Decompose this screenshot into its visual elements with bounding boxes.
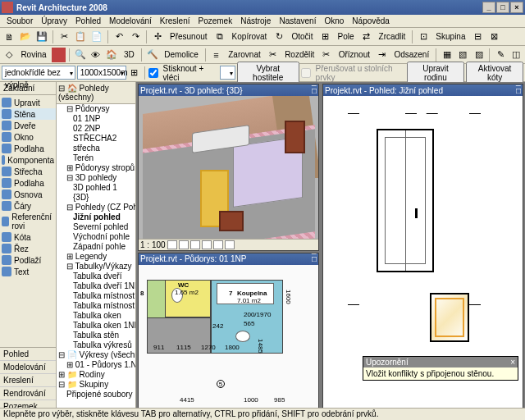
copy-icon[interactable]: 📋 <box>73 30 88 44</box>
view-min-button[interactable]: _ <box>312 245 317 254</box>
activate-dims-button[interactable]: Aktivovat kóty <box>466 62 523 84</box>
tool-icon[interactable]: ⊞ <box>128 66 141 80</box>
plane-label[interactable]: Rovina <box>17 50 49 59</box>
browser-node[interactable]: ⊟ 📄 Výkresy (všechny) <box>57 350 135 360</box>
paste-icon[interactable]: 📄 <box>89 30 104 44</box>
browser-item[interactable]: Tabulka místností 1 <box>57 301 135 311</box>
tooltip-close-icon[interactable]: × <box>510 358 515 367</box>
tool-text[interactable]: Text <box>0 266 56 277</box>
view-titlebar[interactable]: Projekt.rvt - Půdorys: 01 1NP_□× <box>139 253 318 265</box>
tool-icon[interactable]: ▧ <box>456 48 470 62</box>
mirror-button[interactable]: ⇄ <box>359 30 374 44</box>
browser-item[interactable]: Západní pohle <box>57 242 135 252</box>
mirror-label[interactable]: Zrcadlit <box>376 32 409 41</box>
view-titlebar[interactable]: Projekt.rvt - Pohled: Jižní pohled_□× <box>323 84 523 96</box>
maximize-button[interactable]: □ <box>496 2 509 13</box>
split-label[interactable]: Rozdělit <box>281 50 317 59</box>
split-button[interactable]: ✂ <box>266 48 280 62</box>
tool-icon[interactable]: ✎ <box>493 48 507 62</box>
array-label[interactable]: Pole <box>335 32 358 41</box>
browser-item[interactable]: Terén <box>57 153 135 163</box>
menu-item[interactable]: Soubor <box>3 16 36 26</box>
browser-node[interactable]: ⊞ Legendy <box>57 252 135 262</box>
menu-item[interactable]: Úpravy <box>38 16 71 26</box>
tool-level[interactable]: Podlaží <box>0 254 56 266</box>
3d-label[interactable]: 3D <box>121 50 138 59</box>
browser-node[interactable]: ⊟ Tabulky/Výkazy <box>57 262 135 272</box>
new-icon[interactable]: 🗎 <box>2 30 16 44</box>
tool-door[interactable]: Dveře <box>0 120 56 131</box>
drag-checkbox[interactable] <box>148 68 158 78</box>
menu-item[interactable]: Nápověda <box>349 16 393 26</box>
menu-item[interactable]: Pohled <box>72 16 104 26</box>
tool-refplane[interactable]: Referenční rovi <box>0 212 56 231</box>
3d-button[interactable]: 🏠 <box>105 48 119 62</box>
view-titlebar[interactable]: Projekt.rvt - 3D pohled: {3D}_□× <box>139 84 318 96</box>
tab-view[interactable]: Pohled <box>0 348 56 361</box>
browser-node[interactable]: ⊟ Půdorysy <box>57 104 135 114</box>
tool-window[interactable]: Okno <box>0 131 56 143</box>
tool-icon[interactable]: ⊠ <box>486 30 501 44</box>
group-label[interactable]: Skupina <box>432 32 468 41</box>
align-button[interactable]: ≡ <box>209 48 223 62</box>
tool-dim[interactable]: Kóta <box>0 231 56 243</box>
scale-label[interactable]: 1 : 100 <box>140 240 166 249</box>
browser-item[interactable]: 3D pohled 1 <box>57 183 135 193</box>
tool-icon[interactable]: ⊟ <box>470 30 485 44</box>
browser-node[interactable]: ⊞ 📁 Rodiny <box>57 370 135 380</box>
tool-floor2[interactable]: Podlaha <box>0 177 56 189</box>
array-button[interactable]: ⊞ <box>318 30 333 44</box>
browser-item[interactable]: {3D} <box>57 193 135 203</box>
save-icon[interactable]: 💾 <box>34 30 49 44</box>
open-icon[interactable]: 📂 <box>18 30 33 44</box>
plan-canvas[interactable]: WC 1.65 m2 7 Koupelna 7.01 m2 8 911 1115… <box>139 265 318 408</box>
tool-section[interactable]: Řez <box>0 243 56 254</box>
demolish-label[interactable]: Demolice <box>161 50 202 59</box>
minimize-button[interactable]: _ <box>482 2 495 13</box>
hide-button[interactable] <box>225 240 235 249</box>
tool-red-icon[interactable] <box>52 48 66 62</box>
browser-node[interactable]: ⊟ Pohledy (CZ Pohlec <box>57 203 135 212</box>
align-label[interactable]: Zarovnat <box>225 50 263 59</box>
move-label[interactable]: Přesunout <box>167 32 211 41</box>
trim-button[interactable]: ✂ <box>319 48 333 62</box>
demolish-button[interactable]: 🔨 <box>145 48 159 62</box>
browser-node[interactable]: ⊟ 3D pohledy <box>57 173 135 183</box>
copy-button[interactable]: ⧉ <box>212 30 227 44</box>
browser-item[interactable]: Tabulka místností <box>57 291 135 301</box>
menu-item[interactable]: Nastavení <box>276 16 319 26</box>
offset-label[interactable]: Odsazení <box>390 50 432 59</box>
size-selector[interactable]: 1000x1500m <box>77 66 126 80</box>
browser-item[interactable]: Tabulka dveří 1NP <box>57 281 135 291</box>
3d-canvas[interactable] <box>139 96 318 239</box>
tab-rendering[interactable]: Rendrování <box>0 387 56 400</box>
tab-drawing[interactable]: Kreslení <box>0 374 56 387</box>
tool-icon[interactable]: ▨ <box>472 48 486 62</box>
browser-item-active[interactable]: Jižní pohled <box>57 212 135 222</box>
offset-button[interactable]: ⇥ <box>375 48 389 62</box>
model-button[interactable] <box>179 240 189 249</box>
browser-item[interactable]: střecha <box>57 144 135 153</box>
redo-icon[interactable]: ↷ <box>128 30 143 44</box>
view-max-button[interactable]: □ <box>516 86 521 95</box>
browser-node[interactable]: ⊞ Půdorysy stropů <box>57 163 135 173</box>
edit-family-button[interactable]: Upravit rodinu <box>407 62 464 84</box>
browser-root[interactable]: ⊟ 🏠 Pohledy (všechny) <box>57 82 135 104</box>
project-browser[interactable]: ⊟ 🏠 Pohledy (všechny) ⊟ Půdorysy 01 1NP … <box>57 82 136 420</box>
view-min-button[interactable]: _ <box>312 77 317 86</box>
tab-modeling[interactable]: Modelování <box>0 361 56 374</box>
view-max-button[interactable]: □ <box>312 254 317 263</box>
menu-item[interactable]: Pozemek <box>194 16 235 26</box>
tool-icon[interactable]: ▦ <box>440 48 454 62</box>
host-button[interactable]: Vybrat hostitele <box>237 62 299 84</box>
plane-icon[interactable]: ◇ <box>2 48 16 62</box>
close-button[interactable]: × <box>510 2 523 13</box>
cut-icon[interactable]: ✂ <box>57 30 71 44</box>
browser-item[interactable]: Východní pohle <box>57 232 135 242</box>
menu-item[interactable]: Okno <box>321 16 347 26</box>
break-checkbox[interactable] <box>301 68 311 78</box>
menu-item[interactable]: Kreslení <box>157 16 194 26</box>
browser-item[interactable]: Připojené soubory <box>57 390 135 399</box>
browser-item[interactable]: Severní pohled <box>57 222 135 232</box>
view-max-button[interactable]: □ <box>312 86 317 95</box>
